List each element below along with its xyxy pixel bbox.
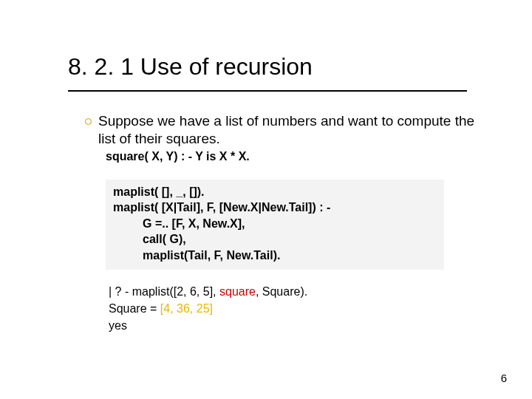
slide-body: Suppose we have a list of numbers and wa… — [85, 112, 477, 334]
code-square-def: square( X, Y) : - Y is X * X. — [106, 150, 477, 163]
code-line: call( G), — [113, 231, 437, 248]
code-line: maplist( [X|Tail], F, [New.X|New.Tail]) … — [113, 200, 437, 216]
highlight-red: square — [219, 285, 256, 298]
result-line: yes — [109, 317, 432, 334]
result-line: Square = [4, 36, 25] — [109, 300, 432, 317]
code-line: maplist( [], _, []). — [113, 184, 437, 200]
bullet-text: Suppose we have a list of numbers and wa… — [98, 112, 477, 149]
code-line: G =.. [F, X, New.X], — [113, 216, 437, 232]
title-underline — [68, 90, 467, 92]
code-maplist-def: maplist( [], _, []). maplist( [X|Tail], … — [106, 180, 444, 270]
code-line: maplist(Tail, F, New.Tail). — [113, 248, 437, 264]
bullet-item: Suppose we have a list of numbers and wa… — [85, 112, 477, 149]
query-result: | ? - maplist([2, 6, 5], square, Square)… — [106, 283, 432, 335]
result-line: | ? - maplist([2, 6, 5], square, Square)… — [109, 283, 432, 300]
highlight-yellow: [4, 36, 25] — [160, 302, 213, 315]
slide-title: 8. 2. 1 Use of recursion — [68, 53, 313, 81]
slide: 8. 2. 1 Use of recursion Suppose we have… — [0, 0, 532, 399]
page-number: 6 — [501, 372, 507, 384]
bullet-marker — [85, 112, 98, 127]
